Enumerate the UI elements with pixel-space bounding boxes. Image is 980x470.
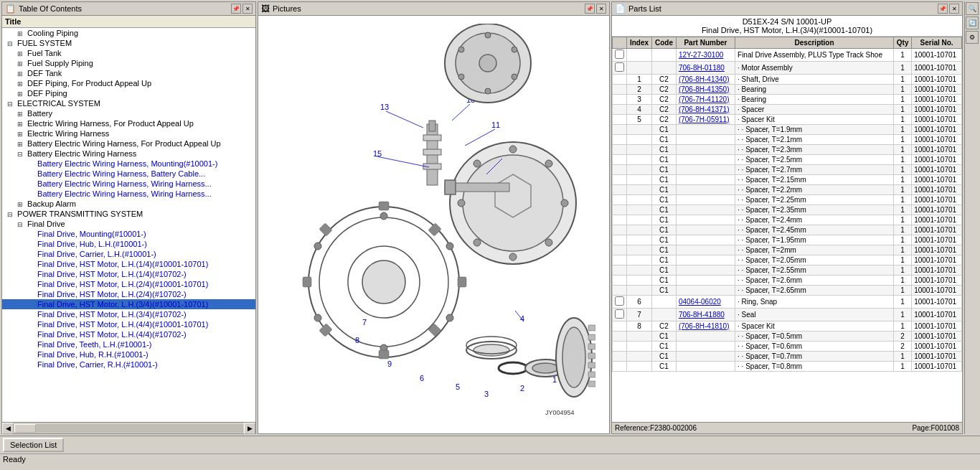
toc-item-fuel_tank[interactable]: ⊞ Fuel Tank (2, 48, 255, 58)
toc-item-final_drive_hub_rh[interactable]: Final Drive, Hub, R.H.(#10001-) (2, 349, 255, 359)
toc-item-final_drive_hst_lh_3_4_10702[interactable]: Final Drive, HST Motor, L.H.(3/4)(#10702… (2, 309, 255, 319)
toc-pin-button[interactable]: 📌 (231, 4, 241, 14)
toc-horizontal-scrollbar[interactable]: ◀ ▶ (2, 422, 255, 433)
cell-part-number[interactable] (676, 145, 735, 155)
toc-item-final_drive_hst_lh_3_4_10001[interactable]: Final Drive, HST Motor, L.H.(3/4)(#10001… (2, 299, 255, 309)
part-number-link[interactable]: 706-8H-01180 (679, 64, 725, 72)
cell-part-number[interactable] (676, 155, 735, 165)
toc-item-final_drive_hst_lh_2_4_10001[interactable]: Final Drive, HST Motor, L.H.(2/4)(#10001… (2, 279, 255, 289)
scroll-track-h[interactable] (14, 424, 243, 433)
cell-part-number[interactable]: (706-8H-41810) (676, 321, 735, 332)
toc-item-elec_sys[interactable]: ⊟ ELECTRICAL SYSTEM (2, 98, 255, 108)
cell-part-number[interactable]: 706-8H-41880 (676, 309, 735, 321)
toc-item-final_drive_mounting[interactable]: Final Drive, Mounting(#10001-) (2, 229, 255, 239)
toc-item-fuel_sys[interactable]: ⊟ FUEL SYSTEM (2, 38, 255, 48)
toc-item-final_drive[interactable]: ⊟ Final Drive (2, 219, 255, 229)
part-number-link[interactable]: (706-7H-05911) (679, 116, 730, 123)
part-number-link[interactable]: (706-8H-41340) (679, 75, 730, 83)
toc-item-def_tank[interactable]: ⊞ DEF Tank (2, 68, 255, 78)
cell-part-number[interactable] (676, 265, 735, 276)
row-checkbox[interactable] (615, 296, 624, 306)
toc-item-elec_harness_appeal[interactable]: ⊞ Electric Wiring Harness, For Product A… (2, 118, 255, 128)
toc-item-battery_harness_mounting[interactable]: Battery Electric Wiring Harness, Mountin… (2, 159, 255, 169)
pictures-close-button[interactable]: ✕ (596, 4, 606, 14)
cell-part-number[interactable]: 706-8H-01180 (676, 62, 735, 75)
toc-item-final_drive_hub_lh[interactable]: Final Drive, Hub, L.H.(#10001-) (2, 239, 255, 249)
parts-pin-button[interactable]: 📌 (938, 4, 948, 14)
toc-item-backup_alarm[interactable]: ⊞ Backup Alarm (2, 199, 255, 209)
cell-part-number[interactable] (676, 215, 735, 225)
pictures-pin-button[interactable]: 📌 (585, 4, 595, 14)
toc-item-final_drive_carrier_lh[interactable]: Final Drive, Carrier, L.H.(#10001-) (2, 249, 255, 259)
cell-part-number[interactable] (676, 235, 735, 245)
cell-part-number[interactable] (676, 205, 735, 215)
cell-code: C1 (652, 125, 677, 135)
row-checkbox[interactable] (615, 62, 624, 72)
part-number-link[interactable]: 706-8H-41880 (679, 311, 725, 319)
toc-item-battery_wiring1[interactable]: Battery Electric Wiring Harness, Wiring … (2, 179, 255, 189)
toc-item-final_drive_hst_lh_4_4_10001[interactable]: Final Drive, HST Motor, L.H.(4/4)(#10001… (2, 319, 255, 329)
cell-part-number[interactable]: 12Y-27-30100 (676, 49, 735, 62)
cell-part-number[interactable] (676, 286, 735, 296)
cell-part-number[interactable] (676, 185, 735, 195)
cell-part-number[interactable]: (706-8H-41340) (676, 75, 735, 85)
scroll-right-arrow[interactable]: ▶ (244, 423, 255, 434)
toc-item-elec_harness[interactable]: ⊞ Electric Wiring Harness (2, 128, 255, 138)
cell-part-number[interactable] (676, 255, 735, 265)
toc-item-final_drive_carrier_rh[interactable]: Final Drive, Carrier, R.H.(#10001-) (2, 359, 255, 370)
toc-item-final_drive_hst_lh_4_4_10702[interactable]: Final Drive, HST Motor, L.H.(4/4)(#10702… (2, 329, 255, 339)
cell-part-number[interactable]: 04064-06020 (676, 296, 735, 309)
sidebar-btn-3[interactable]: ⚙ (966, 31, 979, 44)
part-number-link[interactable]: 12Y-27-30100 (679, 51, 723, 59)
cell-part-number[interactable] (676, 135, 735, 145)
toc-item-fuel_supply[interactable]: ⊞ Fuel Supply Piping (2, 58, 255, 68)
toc-item-battery_harness_main[interactable]: ⊟ Battery Electric Wiring Harness (2, 149, 255, 159)
part-number-link[interactable]: 04064-06020 (679, 298, 721, 306)
expand-icon: ⊟ (5, 40, 15, 47)
row-checkbox[interactable] (615, 50, 624, 59)
cell-part-number[interactable] (676, 195, 735, 205)
part-number-link[interactable]: (706-8H-41350) (679, 85, 730, 93)
cell-part-number[interactable] (676, 175, 735, 185)
scroll-thumb-h[interactable] (14, 424, 36, 433)
selection-list-button[interactable]: Selection List (3, 438, 64, 452)
cell-part-number[interactable] (676, 125, 735, 135)
cell-part-number[interactable]: (706-8H-41350) (676, 85, 735, 95)
toc-close-button[interactable]: ✕ (242, 4, 253, 14)
part-number-link[interactable]: (706-7H-41120) (679, 95, 730, 103)
cell-code: C1 (652, 342, 677, 352)
parts-table-container[interactable]: Index Code Part Number Description Qty S… (612, 37, 962, 422)
toc-item-def_piping[interactable]: ⊞ DEF Piping (2, 88, 255, 98)
cell-part-number[interactable] (676, 332, 735, 342)
parts-close-button[interactable]: ✕ (949, 4, 959, 14)
cell-part-number[interactable] (676, 276, 735, 286)
toc-tree[interactable]: ⊞ Cooling Piping⊟ FUEL SYSTEM⊞ Fuel Tank… (2, 28, 255, 422)
cell-part-number[interactable] (676, 342, 735, 352)
cell-part-number[interactable] (676, 352, 735, 362)
toc-item-battery_harness_appeal[interactable]: ⊞ Battery Electric Wiring Harness, For P… (2, 138, 255, 149)
toc-item-battery[interactable]: ⊞ Battery (2, 108, 255, 118)
cell-part-number[interactable]: (706-7H-41120) (676, 95, 735, 105)
cell-part-number[interactable] (676, 225, 735, 235)
cell-part-number[interactable] (676, 245, 735, 255)
toc-item-final_drive_teeth_lh[interactable]: Final Drive, Teeth, L.H.(#10001-) (2, 339, 255, 349)
cell-part-number[interactable]: (706-7H-05911) (676, 115, 735, 125)
cell-part-number[interactable]: (706-8H-41371) (676, 105, 735, 115)
scroll-left-arrow[interactable]: ◀ (2, 423, 14, 434)
toc-item-final_drive_hst_lh_1_4_10702[interactable]: Final Drive, HST Motor, L.H.(1/4)(#10702… (2, 269, 255, 279)
part-number-link[interactable]: (706-8H-41371) (679, 105, 730, 113)
toc-item-cooling[interactable]: ⊞ Cooling Piping (2, 28, 255, 38)
sidebar-btn-1[interactable]: 🔍 (966, 2, 979, 15)
cell-part-number[interactable] (676, 165, 735, 175)
toc-item-final_drive_hst_lh_2_4_10702[interactable]: Final Drive, HST Motor, L.H.(2/4)(#10702… (2, 289, 255, 299)
toc-item-battery_wiring2[interactable]: Battery Electric Wiring Harness, Wiring … (2, 189, 255, 199)
sidebar-btn-2[interactable]: 🔄 (966, 17, 979, 29)
cell-part-number[interactable] (676, 362, 735, 372)
toc-item-final_drive_hst_lh_1_4_10001[interactable]: Final Drive, HST Motor, L.H.(1/4)(#10001… (2, 259, 255, 269)
row-checkbox[interactable] (615, 309, 624, 319)
part-number-link[interactable]: (706-8H-41810) (679, 322, 730, 330)
toc-item-power_trans[interactable]: ⊟ POWER TRANSMITTING SYSTEM (2, 209, 255, 219)
toc-item-battery_cable[interactable]: Battery Electric Wiring Harness, Battery… (2, 169, 255, 179)
cell-qty: 1 (894, 145, 912, 155)
toc-item-def_piping_appeal[interactable]: ⊞ DEF Piping, For Product Appeal Up (2, 78, 255, 88)
